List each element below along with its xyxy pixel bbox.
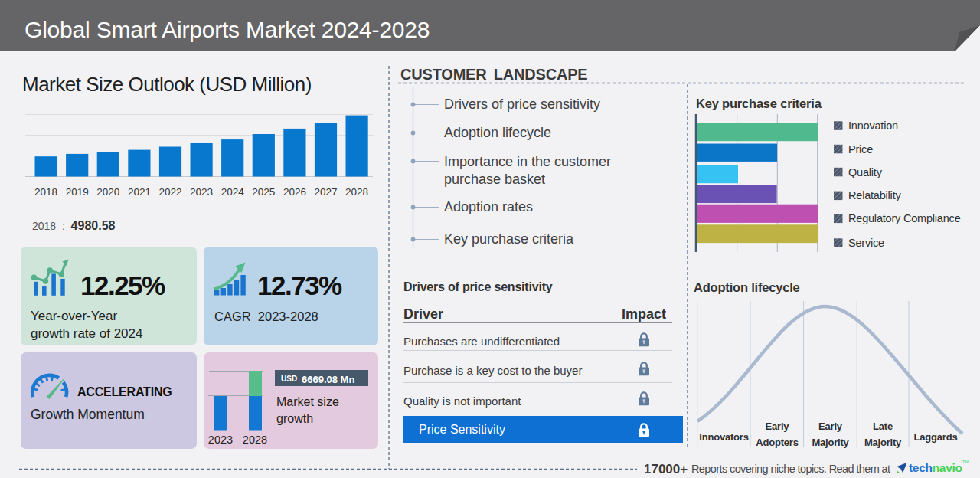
svg-text:Quality: Quality [848,166,883,178]
svg-text:Relatability: Relatability [848,189,901,201]
svg-text:Service: Service [848,237,884,249]
svg-text:Price: Price [848,143,873,156]
svg-text:Innovation: Innovation [848,120,898,132]
svg-text:Regulatory Compliance: Regulatory Compliance [848,212,961,224]
